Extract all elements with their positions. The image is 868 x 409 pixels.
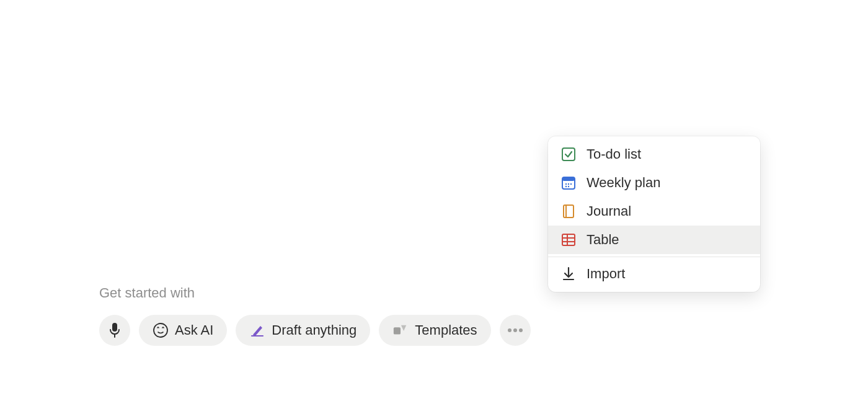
popover-item-label: Import xyxy=(587,266,625,282)
journal-icon xyxy=(560,203,577,219)
popover-item-label: To-do list xyxy=(587,146,641,162)
popover-item-label: Table xyxy=(587,232,619,248)
svg-rect-4 xyxy=(394,327,401,334)
todo-icon xyxy=(560,146,577,162)
svg-rect-0 xyxy=(112,323,117,332)
table-icon xyxy=(560,232,577,248)
svg-point-2 xyxy=(154,323,167,337)
svg-point-6 xyxy=(513,328,517,332)
svg-rect-18 xyxy=(562,234,575,245)
popover-item-import[interactable]: Import xyxy=(548,260,760,288)
svg-point-13 xyxy=(570,183,572,185)
get-started-label: Get started with xyxy=(99,285,531,301)
svg-point-15 xyxy=(568,186,569,187)
download-icon xyxy=(560,266,577,282)
ask-ai-label: Ask AI xyxy=(175,322,213,338)
voice-button[interactable] xyxy=(99,315,130,346)
starter-button-row: Ask AI Draft anything Templates xyxy=(99,315,531,346)
calendar-icon xyxy=(560,175,577,191)
svg-point-14 xyxy=(565,186,567,187)
templates-label: Templates xyxy=(415,322,477,338)
more-options-popover: To-do list Weekly plan Journal xyxy=(548,136,760,292)
popover-item-todo[interactable]: To-do list xyxy=(548,140,760,169)
svg-point-5 xyxy=(508,328,512,332)
popover-item-weekly-plan[interactable]: Weekly plan xyxy=(548,169,760,197)
popover-item-label: Weekly plan xyxy=(587,175,660,191)
draft-anything-button[interactable]: Draft anything xyxy=(236,315,370,346)
ask-ai-button[interactable]: Ask AI xyxy=(139,315,227,346)
svg-point-12 xyxy=(568,183,569,185)
face-icon xyxy=(153,322,169,338)
get-started-section: Get started with Ask AI xyxy=(99,285,531,346)
popover-item-label: Journal xyxy=(587,203,631,219)
draft-anything-label: Draft anything xyxy=(272,322,356,338)
pencil-icon xyxy=(249,322,265,338)
popover-divider xyxy=(548,257,760,257)
popover-item-table[interactable]: Table xyxy=(548,226,760,254)
microphone-icon xyxy=(107,322,123,338)
svg-rect-10 xyxy=(562,177,575,181)
more-horizontal-icon xyxy=(507,322,523,338)
shapes-icon xyxy=(392,322,409,338)
svg-point-11 xyxy=(565,183,567,185)
templates-button[interactable]: Templates xyxy=(379,315,490,346)
more-options-button[interactable] xyxy=(500,315,531,346)
svg-point-7 xyxy=(519,328,523,332)
svg-rect-8 xyxy=(562,148,575,161)
popover-item-journal[interactable]: Journal xyxy=(548,197,760,226)
svg-rect-16 xyxy=(564,205,574,218)
